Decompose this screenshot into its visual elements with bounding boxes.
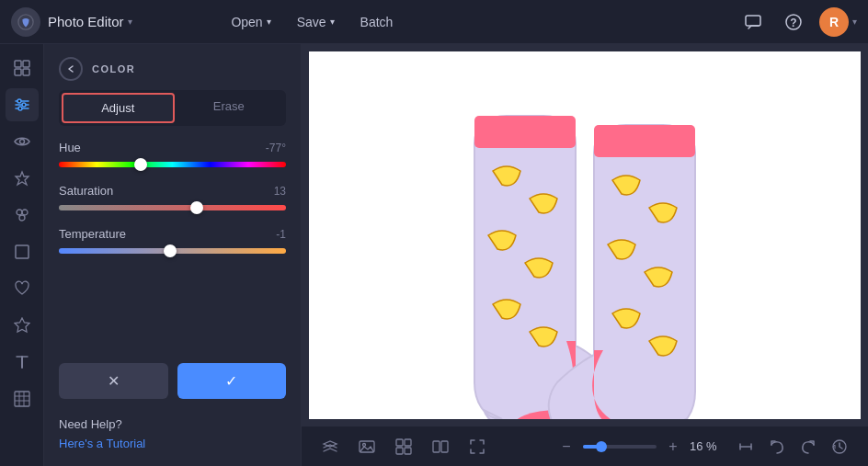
help-heading: Need Help? [59, 417, 286, 431]
svg-rect-5 [23, 61, 29, 67]
panel-header: COLOR [44, 44, 301, 90]
svg-rect-29 [474, 116, 576, 148]
hue-group: Hue -77° [59, 141, 286, 167]
svg-rect-37 [396, 448, 403, 454]
saturation-group: Saturation 13 [59, 184, 286, 210]
main-area: COLOR Adjust Erase Hue -77° Saturation [0, 44, 868, 466]
svg-marker-15 [16, 172, 29, 185]
svg-rect-31 [594, 125, 695, 157]
app-title[interactable]: Photo Editor ▾ [48, 14, 132, 29]
canvas-viewport[interactable] [302, 44, 868, 426]
temperature-thumb[interactable] [164, 244, 177, 257]
svg-rect-23 [15, 392, 29, 406]
panel-back-button[interactable] [59, 57, 83, 81]
svg-point-16 [17, 210, 22, 215]
saturation-value: 13 [274, 185, 286, 198]
svg-rect-7 [23, 69, 29, 75]
bottom-right-icons [732, 433, 853, 460]
icon-toolbar [0, 44, 44, 466]
cancel-button[interactable]: ✕ [59, 363, 168, 399]
app-title-chevron: ▾ [128, 17, 132, 27]
saturation-slider[interactable] [59, 205, 286, 210]
bottom-bar: − + 16 % [302, 426, 868, 466]
tab-adjust[interactable]: Adjust [62, 93, 175, 123]
svg-rect-19 [16, 245, 29, 258]
feedback-button[interactable] [738, 7, 768, 37]
canvas-image [309, 51, 861, 419]
hue-label: Hue [59, 141, 81, 154]
svg-point-11 [17, 99, 21, 103]
svg-rect-4 [15, 61, 21, 67]
adjust-icon-btn[interactable] [6, 88, 39, 121]
eye-icon-btn[interactable] [6, 125, 39, 158]
history-button[interactable] [826, 433, 853, 460]
zoom-controls: − + 16 % [555, 436, 723, 458]
svg-point-18 [19, 215, 25, 221]
svg-rect-38 [405, 448, 411, 454]
grid-icon-btn[interactable] [390, 433, 417, 460]
nav-open[interactable]: Open ▾ [220, 9, 281, 35]
badge-icon-btn[interactable] [6, 309, 39, 342]
tab-erase[interactable]: Erase [175, 93, 284, 123]
save-chevron: ▾ [330, 17, 335, 27]
saturation-thumb[interactable] [190, 201, 203, 214]
layers-icon-btn[interactable] [316, 433, 344, 460]
topbar-right: ? R ▾ [738, 7, 857, 37]
nav-batch[interactable]: Batch [349, 9, 405, 35]
crop-icon-btn[interactable] [6, 235, 39, 268]
help-button[interactable]: ? [779, 7, 808, 37]
temperature-label: Temperature [59, 227, 126, 241]
redo-button[interactable] [794, 433, 822, 460]
zoom-out-button[interactable]: − [555, 436, 577, 458]
svg-point-17 [22, 210, 28, 215]
svg-point-13 [18, 107, 22, 110]
hue-slider[interactable] [59, 162, 286, 167]
top-nav: Open ▾ Save ▾ Batch [220, 9, 404, 35]
temperature-group: Temperature -1 [59, 227, 286, 254]
avatar: R [819, 7, 849, 37]
help-link[interactable]: Here's a Tutorial [59, 437, 145, 450]
panel-help: Need Help? Here's a Tutorial [44, 414, 301, 466]
svg-rect-39 [433, 441, 440, 452]
undo-button[interactable] [763, 433, 791, 460]
compare-icon-btn[interactable] [427, 433, 454, 460]
text-icon-btn[interactable] [6, 346, 39, 379]
svg-rect-6 [15, 69, 21, 75]
panel-tabs: Adjust Erase [59, 90, 286, 126]
hue-thumb[interactable] [134, 158, 147, 171]
panel: COLOR Adjust Erase Hue -77° Saturation [44, 44, 302, 466]
star-icon-btn[interactable] [6, 162, 39, 195]
svg-point-14 [19, 140, 24, 144]
zoom-slider[interactable] [583, 445, 657, 449]
app-logo [11, 7, 40, 37]
svg-rect-1 [746, 16, 760, 26]
zoom-in-button[interactable]: + [662, 436, 684, 458]
image-icon-btn[interactable] [353, 433, 381, 460]
temperature-slider[interactable] [59, 248, 286, 254]
svg-point-12 [22, 103, 26, 107]
svg-text:?: ? [790, 17, 796, 29]
panel-content: Hue -77° Saturation 13 T [44, 141, 301, 356]
temperature-value: -1 [276, 228, 286, 241]
canvas-icon-btn[interactable] [6, 51, 39, 85]
avatar-chevron: ▾ [852, 17, 857, 27]
svg-rect-40 [441, 441, 448, 452]
panel-actions: ✕ ✓ [59, 363, 286, 399]
zoom-slider-thumb[interactable] [596, 441, 607, 452]
fit-icon-btn[interactable] [732, 433, 760, 460]
nav-save[interactable]: Save ▾ [286, 9, 346, 35]
topbar: Photo Editor ▾ Open ▾ Save ▾ Batch ? [0, 0, 868, 44]
fullscreen-icon-btn[interactable] [463, 433, 491, 460]
canvas-area: − + 16 % [302, 44, 868, 466]
svg-rect-35 [396, 439, 403, 446]
svg-marker-20 [15, 318, 29, 332]
pattern-icon-btn[interactable] [6, 382, 39, 415]
hue-value: -77° [266, 142, 286, 154]
apply-button[interactable]: ✓ [177, 363, 287, 399]
saturation-label: Saturation [59, 184, 113, 198]
effects-icon-btn[interactable] [6, 199, 39, 232]
panel-title: COLOR [92, 63, 135, 74]
svg-point-34 [363, 443, 366, 446]
heart-icon-btn[interactable] [6, 272, 39, 305]
user-avatar-wrap[interactable]: R ▾ [819, 7, 857, 37]
